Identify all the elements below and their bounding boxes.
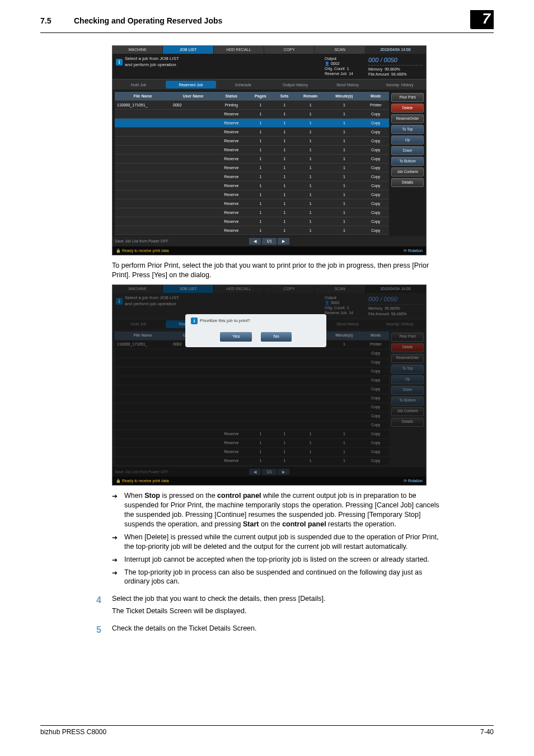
screenshot-reserved-job-list: MACHINE JOB LIST HDD RECALL COPY SCAN 20… (112, 45, 427, 255)
delete-button[interactable]: Delete (391, 104, 424, 113)
rotation-label: ⟳ Rotation (404, 478, 423, 483)
bullet-item: Interrupt job cannot be accepted when th… (112, 555, 444, 564)
page-header: 7.5 Checking and Operating Reserved Jobs… (40, 16, 494, 33)
output-label: Output (325, 57, 336, 60)
foot-label: Save Job List from Power OFF (115, 239, 247, 244)
details-button[interactable]: Details (391, 178, 424, 187)
subtab-reserved-job[interactable]: Reserved Job (166, 81, 216, 88)
bullet-item: When [Delete] is pressed while the curre… (112, 533, 444, 552)
dialog-question: Prioritize this job to print? (200, 318, 250, 324)
lock-icon: 🔒 Ready to receive print data (116, 478, 169, 483)
pager-next-button[interactable]: ▶ (278, 238, 289, 244)
col-sets: Sets (274, 92, 295, 101)
step-4-line-1: Select the job that you want to check th… (112, 594, 459, 604)
info-icon: i (116, 59, 123, 66)
no-button[interactable]: No (261, 332, 291, 342)
user-id: 0002 (331, 62, 340, 66)
r-a1: Reserve Job (325, 72, 346, 76)
col-remain: Remain (295, 92, 326, 101)
col-status: Status (216, 92, 247, 101)
table-row[interactable]: Reserve1111Copy (115, 208, 389, 217)
count-value: 000 / 0050 (368, 56, 423, 64)
table-row[interactable]: Reserve1111Copy (115, 181, 389, 190)
subtab-hold-job[interactable]: Hold Job (114, 81, 163, 88)
subtab-send-history[interactable]: Send History (322, 81, 372, 88)
panel-header: i Select a job from JOB LIST and perform… (113, 54, 426, 80)
subtab-output-history[interactable]: Output History (270, 81, 320, 88)
col-file-name: File Name (115, 92, 171, 101)
tab-scan[interactable]: SCAN (315, 46, 365, 54)
table-row[interactable]: Reserve1111Copy (115, 172, 389, 181)
col-mode: Mode (362, 92, 389, 101)
prioritize-dialog: i Prioritize this job to print? Yes No (185, 314, 326, 347)
table-row[interactable]: Reserve1111Copy (115, 128, 389, 137)
section-number: 7.5 (40, 16, 74, 25)
col-user-name: User Name (171, 92, 216, 101)
step-number: 5 (96, 624, 101, 636)
tab-hdd-recall[interactable]: HDD RECALL (214, 46, 264, 54)
step-5: 5 Check the details on the Ticket Detail… (112, 624, 459, 634)
tab-machine[interactable]: MACHINE (113, 46, 163, 54)
col-pages: Pages (247, 92, 274, 101)
reserve-order-button[interactable]: ReserveOrder (391, 114, 424, 123)
job-table: File Name User Name Status Pages Sets Re… (115, 92, 389, 235)
page-number: 7-40 (480, 728, 494, 736)
caption-1: To perform Prior Print, select the job t… (112, 261, 444, 280)
step-4: 4 Select the job that you want to check … (112, 594, 459, 616)
chapter-chip: 7 (470, 10, 494, 29)
panel-top-tabs: MACHINE JOB LIST HDD RECALL COPY SCAN 20… (113, 46, 426, 54)
table-row[interactable]: Reserve1111Copy (115, 190, 389, 199)
pager-prev-button[interactable]: ◀ (249, 238, 261, 244)
table-row[interactable]: Reserve1111Copy (115, 226, 389, 235)
subtab-schedule[interactable]: Schedule (218, 81, 268, 88)
lock-icon: 🔒 Ready to receive print data (116, 248, 169, 253)
subtab-incomp-history[interactable]: Incomp. History (375, 81, 425, 88)
bullet-item: The top-priority job in process can also… (112, 568, 444, 587)
step-5-line-1: Check the details on the Ticket Details … (112, 624, 459, 634)
bullet-item: When Stop is pressed on the control pane… (112, 491, 444, 529)
panel-head-msg: Select a job from JOB LIST and perform j… (125, 56, 179, 68)
section-title: Checking and Operating Reserved Jobs (74, 16, 470, 25)
product-name: bizhub PRESS C8000 (40, 728, 106, 736)
step-number: 4 (96, 594, 101, 606)
info-icon: i (191, 318, 198, 324)
table-row[interactable]: Reserve1111Copy (115, 146, 389, 155)
panel-timestamp: 2010/04/04 14:00 (366, 46, 426, 54)
table-row[interactable]: Reserve1111Copy (115, 110, 389, 119)
prior-print-button[interactable]: Prior Print (391, 93, 424, 102)
table-row[interactable]: Reserve1111Copy (115, 164, 389, 172)
page-footer: bizhub PRESS C8000 7-40 (40, 725, 494, 736)
to-bottom-button[interactable]: To Bottom (391, 157, 424, 166)
r-a0: Orig. Count (325, 67, 345, 71)
down-button[interactable]: Down (391, 146, 424, 155)
job-conform-button[interactable]: Job Conform (391, 167, 424, 176)
tab-job-list[interactable]: JOB LIST (163, 46, 213, 54)
rotation-label: ⟳ Rotation (404, 248, 423, 253)
up-button[interactable]: Up (391, 136, 424, 144)
table-row[interactable]: 110000_171051_ 0002 Printing 11 11 Print… (115, 101, 389, 110)
step-4-line-2: The Ticket Details Screen will be displa… (112, 606, 459, 617)
table-row[interactable]: Reserve1111Copy (115, 217, 389, 226)
to-top-button[interactable]: To Top (391, 125, 424, 134)
bullet-list: When Stop is pressed on the control pane… (112, 491, 444, 586)
col-minutes: Minute(s) (326, 92, 362, 101)
panel-sub-tabs: Hold Job Reserved Job Schedule Output Hi… (113, 80, 426, 90)
screenshot-prior-print-dialog: MACHINE JOB LIST HDD RECALL COPY SCAN 20… (112, 284, 427, 486)
pager-page: 1/1 (262, 238, 277, 244)
table-row[interactable]: Reserve1111Copy (115, 155, 389, 164)
yes-button[interactable]: Yes (220, 332, 252, 342)
tab-copy[interactable]: COPY (264, 46, 315, 54)
info-icon: i (116, 298, 123, 305)
table-row[interactable]: Reserve1111Copy (115, 137, 389, 146)
table-row-selected[interactable]: Reserve1111Copy (115, 119, 389, 128)
table-row[interactable]: Reserve1111Copy (115, 199, 389, 208)
